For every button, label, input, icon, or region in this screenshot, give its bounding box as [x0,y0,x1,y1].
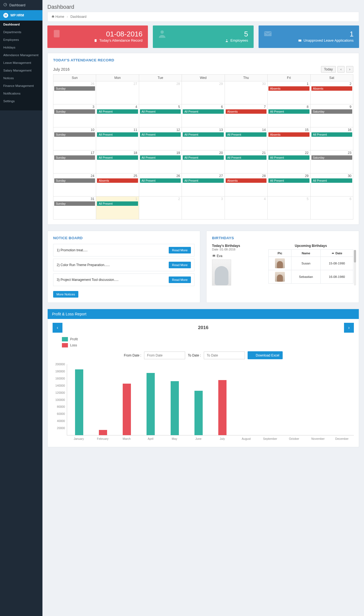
legend-loss: Loss [70,343,77,347]
chart-column [67,364,91,435]
calendar-cell[interactable]: 6All Present [182,104,225,127]
user-icon [157,29,167,39]
x-label: October [282,435,306,440]
calendar-today-button[interactable]: Today [321,66,336,73]
stat-leave-applications[interactable]: 1 Unapproved Leave Applications [259,25,359,48]
sidebar-item-notices[interactable]: Notices [0,74,42,82]
scrollbar[interactable] [354,250,356,286]
dow-header: Mon [96,75,139,81]
stat-attendance-record[interactable]: 01-08-2016 Today's Attendance Record [47,25,148,48]
x-label: November [306,435,330,440]
year-next-button[interactable]: › [344,323,354,333]
calendar-cell[interactable]: 5 [268,196,310,219]
read-more-button[interactable]: Read More [169,247,191,253]
calendar-cell[interactable]: 9Saturday [310,104,353,127]
y-tick: 100000 [55,398,65,401]
more-notices-button[interactable]: More Notices [53,291,78,298]
calendar-cell[interactable]: 5All Present [139,104,182,127]
y-tick: 140000 [55,384,65,387]
calendar-cell[interactable]: 19All Present [139,150,182,173]
sidebar-nav: DashboardDepartmentsEmployeesHolidaysAtt… [0,21,42,110]
sidebar-item-employees[interactable]: Employees [0,36,42,44]
calendar-next-button[interactable]: › [346,66,353,73]
read-more-button[interactable]: Read More [169,276,191,283]
read-more-button[interactable]: Read More [169,262,191,268]
calendar-cell[interactable]: 30 [225,81,267,104]
calendar-badge-all_present: All Present [226,155,266,160]
sidebar-item-leave-management[interactable]: Leave Management [0,59,42,67]
calendar-cell[interactable]: 1All Present [96,196,139,219]
download-excel-button[interactable]: Download Excel [248,351,283,359]
calendar-cell[interactable]: 7Absents [225,104,267,127]
calendar-cell[interactable]: 23Saturday [310,150,353,173]
calendar-cell[interactable]: 12All Present [139,127,182,150]
calendar-table: SunMonTueWedThuFriSat 26Sunday272829301A… [53,74,353,219]
calendar-cell[interactable]: 25Absents [96,173,139,196]
today-birthdays-date: Date :01-08-2016 [212,248,261,251]
dow-header: Wed [182,75,225,81]
cake-icon [212,254,217,258]
notice-text: 3) Project Management Tool discussion...… [57,278,119,282]
sidebar-item-salary-management[interactable]: Salary Management [0,67,42,74]
year-prev-button[interactable]: ‹ [53,323,62,333]
calendar-cell[interactable]: 18All Present [96,150,139,173]
sidebar-item-settings[interactable]: Settings [0,97,42,105]
calendar-cell[interactable]: 2Absents [310,81,353,104]
calendar-badge-sunday: Sunday [54,155,95,160]
sidebar-item-dashboard[interactable]: Dashboard [0,21,42,28]
calendar-cell[interactable]: 11All Present [96,127,139,150]
calendar-cell[interactable]: 31Sunday [53,196,96,219]
calendar-cell[interactable]: 6 [310,196,353,219]
calendar-cell[interactable]: 3Sunday [53,104,96,127]
calendar-badge-sunday: Sunday [54,86,95,91]
calendar-cell[interactable]: 30All Present [310,173,353,196]
calendar-cell[interactable]: 1Absents [268,81,310,104]
calendar-month-label: July 2016 [53,67,70,72]
calendar-cell[interactable]: 20All Present [182,150,225,173]
calendar-cell[interactable]: 29All Present [268,173,310,196]
sidebar-item-finance-management[interactable]: Finance Management [0,82,42,90]
calendar-cell[interactable]: 8All Present [268,104,310,127]
calendar-cell[interactable]: 17Sunday [53,150,96,173]
calendar-cell[interactable]: 28 [139,81,182,104]
calendar-cell[interactable]: 24Sunday [53,173,96,196]
today-birthday-photo [212,259,231,286]
notice-item: 1) Promotion treat.....Read More [53,244,194,256]
calendar-cell[interactable]: 13All Present [182,127,225,150]
calendar-cell[interactable]: 2 [139,196,182,219]
calendar-cell[interactable]: 16All Present [310,127,353,150]
calendar-cell[interactable]: 29 [182,81,225,104]
notice-item: 2) Color Run Theme Preparation......Read… [53,259,194,271]
from-date-input[interactable] [144,352,185,359]
calendar-badge-sunday: Sunday [54,201,95,206]
calendar-cell[interactable]: 14All Present [225,127,267,150]
notice-item: 3) Project Management Tool discussion...… [53,273,194,286]
stat-employees[interactable]: 5 Employees [153,25,253,48]
calendar-cell[interactable]: 26Sunday [53,81,96,104]
calendar-cell[interactable]: 10Sunday [53,127,96,150]
calendar-cell[interactable]: 27All Present [182,173,225,196]
to-date-input[interactable] [204,352,245,359]
calendar-cell[interactable]: 4 [225,196,267,219]
calendar-cell[interactable]: 22All Present [268,150,310,173]
calendar-cell[interactable]: 26All Present [139,173,182,196]
chart-column [91,364,115,435]
birthday-date: 15-08-1990 [321,257,353,270]
calendar-cell[interactable]: 28Absents [225,173,267,196]
calendar-cell[interactable]: 15Absents [268,127,310,150]
sidebar-top-dashboard[interactable]: Dashboard [0,0,42,10]
calendar-prev-button[interactable]: ‹ [337,66,345,73]
calendar-cell[interactable]: 27 [96,81,139,104]
sidebar-item-holidays[interactable]: Holidays [0,44,42,51]
sidebar-app-wphrm[interactable]: H WP HRM [0,10,42,21]
avatar [275,258,285,268]
sidebar-item-notifications[interactable]: Notifications [0,90,42,97]
calendar-badge-all_present: All Present [183,132,223,137]
calendar-badge-all_present: All Present [268,109,309,114]
sidebar-item-departments[interactable]: Departments [0,28,42,36]
sidebar-item-attendance-management[interactable]: Attendance Management [0,51,42,59]
calendar-cell[interactable]: 4All Present [96,104,139,127]
calendar-cell[interactable]: 21All Present [225,150,267,173]
calendar-cell[interactable]: 3 [182,196,225,219]
breadcrumb-home[interactable]: Home [55,15,64,19]
